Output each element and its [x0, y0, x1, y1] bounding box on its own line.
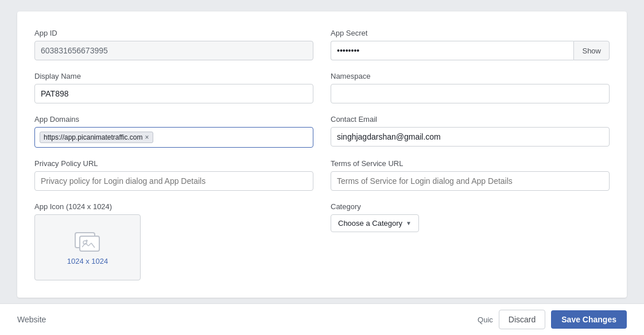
- form-grid: App ID App Secret Show Display Name: [34, 29, 610, 280]
- svg-rect-1: [80, 236, 99, 251]
- show-secret-button[interactable]: Show: [573, 41, 610, 60]
- discard-button[interactable]: Discard: [499, 310, 545, 329]
- display-name-label: Display Name: [34, 72, 313, 80]
- app-secret-input[interactable]: [331, 41, 573, 60]
- save-changes-button[interactable]: Save Changes: [551, 310, 627, 329]
- contact-email-group: Contact Email: [331, 115, 610, 148]
- contact-email-input[interactable]: [331, 127, 610, 147]
- category-dropdown-label: Choose a Category: [338, 219, 402, 228]
- footer-actions: Quic Discard Save Changes: [478, 310, 627, 329]
- app-icon-group: App Icon (1024 x 1024): [34, 202, 313, 280]
- terms-service-label: Terms of Service URL: [331, 159, 610, 168]
- app-secret-group: App Secret Show: [331, 29, 610, 60]
- domain-tag-input-field[interactable]: [156, 133, 308, 142]
- app-domains-tag-input[interactable]: https://app.picanimatetraffic.com ×: [34, 127, 313, 148]
- footer-quick-text: Quic: [478, 315, 493, 324]
- upload-size-text: 1024 x 1024: [67, 257, 108, 265]
- settings-card: App ID App Secret Show Display Name: [17, 11, 627, 298]
- app-secret-label: App Secret: [331, 29, 610, 37]
- namespace-input[interactable]: [331, 84, 610, 103]
- footer-bar: Website Quic Discard Save Changes: [0, 303, 644, 335]
- app-domains-label: App Domains: [34, 115, 313, 124]
- domain-tag-close[interactable]: ×: [145, 134, 149, 141]
- display-name-input[interactable]: [34, 84, 313, 103]
- category-group: Category Choose a Category ▼: [331, 202, 610, 280]
- domain-tag: https://app.picanimatetraffic.com ×: [40, 132, 153, 143]
- privacy-policy-group: Privacy Policy URL: [34, 159, 313, 191]
- app-icon-label: App Icon (1024 x 1024): [34, 202, 313, 211]
- chevron-down-icon: ▼: [406, 220, 412, 226]
- category-dropdown[interactable]: Choose a Category ▼: [331, 214, 419, 232]
- main-content: App ID App Secret Show Display Name: [0, 0, 644, 303]
- domain-tag-text: https://app.picanimatetraffic.com: [44, 133, 143, 141]
- footer-website-label: Website: [17, 315, 46, 324]
- category-label: Category: [331, 202, 610, 211]
- contact-email-label: Contact Email: [331, 115, 610, 124]
- terms-service-input[interactable]: [331, 171, 610, 191]
- namespace-label: Namespace: [331, 72, 610, 80]
- privacy-policy-input[interactable]: [34, 171, 313, 191]
- privacy-policy-label: Privacy Policy URL: [34, 159, 313, 168]
- display-name-group: Display Name: [34, 72, 313, 103]
- namespace-group: Namespace: [331, 72, 610, 103]
- app-icon-upload[interactable]: 1024 x 1024: [34, 214, 141, 280]
- secret-wrapper: Show: [331, 41, 610, 60]
- terms-service-group: Terms of Service URL: [331, 159, 610, 191]
- page-wrapper: App ID App Secret Show Display Name: [0, 0, 644, 335]
- image-upload-icon: [74, 229, 102, 252]
- app-id-group: App ID: [34, 29, 313, 60]
- app-domains-group: App Domains https://app.picanimatetraffi…: [34, 115, 313, 148]
- app-id-label: App ID: [34, 29, 313, 37]
- app-id-input[interactable]: [34, 41, 313, 60]
